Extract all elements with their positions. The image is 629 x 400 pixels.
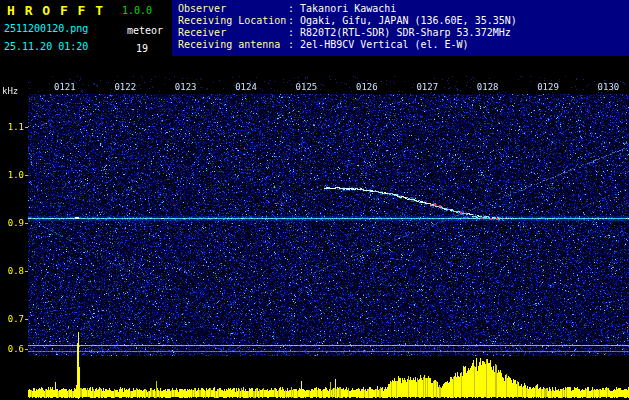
info-colon: :	[288, 27, 300, 38]
echo-count: 19	[136, 43, 148, 54]
info-colon: :	[288, 39, 300, 50]
info-row: Receiver: R820T2(RTL-SDR) SDR-Sharp 53.3…	[178, 27, 629, 39]
info-row: Receiving Location: Ogaki, Gifu, JAPAN (…	[178, 15, 629, 27]
hrofft-screen: H R O F F T 1.0.0 2511200120.png meteor …	[0, 0, 629, 400]
info-value: R820T2(RTL-SDR) SDR-Sharp 53.372MHz	[300, 27, 511, 38]
info-label: Receiver	[178, 27, 288, 39]
info-label: Receiving Location	[178, 15, 288, 27]
freq-unit-label: kHz	[2, 86, 18, 96]
info-colon: :	[288, 3, 300, 14]
info-value: 2el-HB9CV Vertical (el. E-W)	[300, 39, 469, 50]
info-value: Ogaki, Gifu, JAPAN (136.60E, 35.35N)	[300, 15, 517, 26]
datetime-label: 25.11.20 01:20	[4, 41, 88, 52]
app-version: 1.0.0	[122, 5, 152, 16]
info-row: Observer: Takanori Kawachi	[178, 3, 629, 15]
info-value: Takanori Kawachi	[300, 3, 396, 14]
info-label: Receiving antenna	[178, 39, 288, 51]
info-row: Receiving antenna: 2el-HB9CV Vertical (e…	[178, 39, 629, 51]
info-colon: :	[288, 15, 300, 26]
mode-label: meteor	[127, 25, 163, 36]
header-left: H R O F F T 1.0.0 2511200120.png meteor …	[0, 0, 172, 75]
app-title: H R O F F T	[7, 3, 104, 18]
info-label: Observer	[178, 3, 288, 15]
output-filename: 2511200120.png	[4, 23, 88, 34]
receiver-info-panel: Observer: Takanori KawachiReceiving Loca…	[172, 0, 629, 56]
